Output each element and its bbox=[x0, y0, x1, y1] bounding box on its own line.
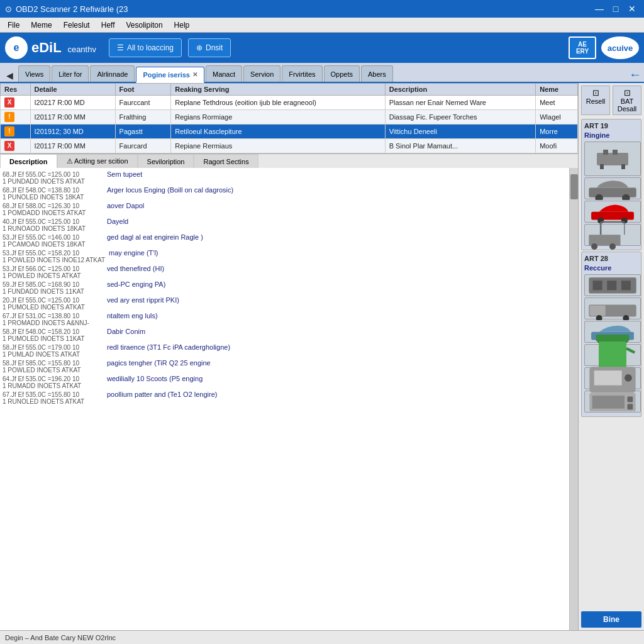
tab-abers[interactable]: Abers bbox=[361, 65, 393, 82]
description-panel: 68.Jf Ef 555.0C =125.00 10 1 PUNDADD INO… bbox=[0, 168, 569, 630]
tab-frvirtites[interactable]: Frvirtites bbox=[282, 65, 322, 82]
menu-feleslut[interactable]: Feleslut bbox=[58, 19, 95, 31]
bat-desall-button[interactable]: ⊡ BAT Desall bbox=[613, 86, 641, 115]
tab-bar: ◀ Views Liter for Alrlinnade Pogine iser… bbox=[0, 63, 644, 83]
title-bar: ⊙ OBD2 Scanner 2 Refiwärle (23 — □ ✕ bbox=[0, 0, 644, 18]
tab-close-icon[interactable]: ✕ bbox=[192, 71, 197, 78]
all-to-loaccing-button[interactable]: ☰ All to loaccing bbox=[109, 38, 182, 57]
row-foot: Faurcard bbox=[115, 139, 171, 153]
row-icon-cell: X bbox=[1, 96, 31, 110]
desc-code: 53.Jf Ef 555.0C =158.20 10 1 POWLED INOE… bbox=[3, 250, 105, 264]
menu-meme[interactable]: Meme bbox=[26, 19, 57, 31]
table-row[interactable]: ! I201912; 30 MD Pagastt Retiloeul Kascl… bbox=[1, 125, 578, 139]
svg-rect-32 bbox=[594, 370, 622, 385]
list-item: 59.Jf Ef 585.0C =168.90 10 1 FUNDADD INO… bbox=[3, 280, 567, 295]
resell-button[interactable]: ⊡ Resell bbox=[581, 86, 610, 115]
svg-point-33 bbox=[625, 374, 632, 382]
table-row[interactable]: X I20117 R:00 MM Faurcard Repiane Rermia… bbox=[1, 139, 578, 153]
engine-image bbox=[584, 142, 641, 176]
sidebar-top-buttons: ⊡ Resell ⊡ BAT Desall bbox=[581, 86, 641, 115]
row-detaile: I201912; 30 MD bbox=[30, 125, 115, 139]
desc-text: sed-PC enging PA) bbox=[107, 280, 165, 288]
status-text: Degin – And Bate Cary NEW O2rlnc bbox=[5, 634, 116, 641]
desc-code: 20.Jf Ef 555.0C =125.00 10 1 PUMOLED INO… bbox=[3, 297, 103, 311]
svg-rect-20 bbox=[621, 280, 631, 290]
desc-code: 67.Jf Ef 531.0C =138.80 10 1 PROMADD INO… bbox=[3, 313, 103, 326]
machine-svg bbox=[585, 274, 640, 297]
col-foot: Foot bbox=[115, 84, 171, 96]
tab-servion[interactable]: Servion bbox=[243, 65, 280, 82]
back-button[interactable]: ← bbox=[629, 67, 641, 82]
crane-image bbox=[584, 224, 641, 246]
tab-views[interactable]: Views bbox=[18, 65, 50, 82]
sidebar-section-art28[interactable]: ART 28 Reccure bbox=[581, 252, 641, 417]
desc-text: Dabir Conim bbox=[107, 328, 145, 335]
row-icon-cell: ! bbox=[1, 110, 31, 125]
right-sidebar: ⊡ Resell ⊡ BAT Desall ART 19 Ringine bbox=[578, 83, 644, 630]
bottom-tab-description[interactable]: Description bbox=[0, 154, 57, 168]
tab-alrlinnade[interactable]: Alrlinnade bbox=[90, 65, 135, 82]
maximize-button[interactable]: □ bbox=[609, 2, 623, 16]
close-button[interactable]: ✕ bbox=[625, 2, 639, 16]
app-icon: ⊙ bbox=[5, 4, 12, 14]
art19-title: ART 19 bbox=[584, 122, 638, 130]
menu-heff[interactable]: Heff bbox=[96, 19, 120, 31]
svg-rect-22 bbox=[590, 305, 606, 315]
desc-text: redl tiraence (3T1 Fc iPA cadergholigne) bbox=[107, 343, 230, 351]
list-item: 68.Jf Ef 588.0C =126.30 10 1 POMDADD INO… bbox=[3, 202, 567, 216]
scrollbar-thumb[interactable] bbox=[570, 174, 578, 199]
desc-code: 53.Jf Ef 555.0C =146.00 10 1 PCAMOAD INO… bbox=[3, 234, 103, 248]
dnsit-button[interactable]: ⊕ Dnsit bbox=[188, 38, 231, 57]
minimize-button[interactable]: — bbox=[592, 2, 606, 16]
menu-vesolipiton[interactable]: Vesolipiton bbox=[121, 19, 168, 31]
sidebar-bottom-area: Bine bbox=[581, 611, 641, 628]
row-description: Diassag Fic. Fupeer Torches bbox=[385, 110, 535, 125]
center-panel: Res Detaile Foot Reaking Serving Descrip… bbox=[0, 83, 578, 630]
circle-plus-icon: ⊕ bbox=[196, 43, 203, 52]
svg-point-16 bbox=[609, 243, 616, 250]
row-detaile: I20117 R:00 MM bbox=[30, 110, 115, 125]
logo-area: e eDiL ceanthv bbox=[5, 36, 96, 59]
row-description: B Sinol Plar Mamaut... bbox=[385, 139, 535, 153]
list-item: 67.Jf Ef 531.0C =138.80 10 1 PROMADD INO… bbox=[3, 312, 567, 326]
row-icon-cell: ! bbox=[1, 125, 31, 139]
svg-rect-8 bbox=[591, 212, 634, 220]
tab-oppets[interactable]: Oppets bbox=[324, 65, 360, 82]
list-item: 58.Jf Ef 585.0C =155.80 10 1 POWLED INOE… bbox=[3, 359, 567, 374]
bottom-tab-aclting[interactable]: ⚠ Aclting ser scition bbox=[57, 154, 138, 168]
crane-svg bbox=[585, 219, 640, 250]
title-bar-left: ⊙ OBD2 Scanner 2 Refiwärle (23 bbox=[5, 4, 128, 14]
toolbar: e eDiL ceanthv ☰ All to loaccing ⊕ Dnsit… bbox=[0, 33, 644, 63]
tab-manact[interactable]: Manact bbox=[206, 65, 242, 82]
art28-title: ART 28 bbox=[584, 255, 638, 262]
desc-text: ntaltem eng luls) bbox=[107, 312, 158, 319]
desc-code: 68.Jf Ef 555.0C =125.00 10 1 PUNDADD INO… bbox=[3, 171, 103, 185]
svg-rect-36 bbox=[627, 396, 633, 402]
main-area: Res Detaile Foot Reaking Serving Descrip… bbox=[0, 83, 644, 630]
scanner-svg bbox=[585, 386, 640, 418]
list-item: 58.Jf Ef 555.0C =179.00 10 1 PUMLAD INOE… bbox=[3, 343, 567, 358]
menu-file[interactable]: File bbox=[3, 19, 25, 31]
menu-help[interactable]: Help bbox=[169, 19, 195, 31]
scrollbar[interactable] bbox=[569, 168, 578, 630]
bottom-tab-ragort[interactable]: Ragort Sectins bbox=[194, 154, 258, 168]
desc-text: Arger locus Enging (Boill on cal dagrosi… bbox=[107, 186, 233, 194]
bine-button[interactable]: Bine bbox=[581, 611, 641, 628]
row-description: Plassan ner Enair Nemed Ware bbox=[385, 96, 535, 110]
row-status-icon: ! bbox=[4, 126, 14, 136]
table-row[interactable]: ! I20117 R:00 MM Fralthing Regians Rormi… bbox=[1, 110, 578, 125]
desc-text: ged dagl al eat engirein Ragle ) bbox=[107, 233, 203, 241]
desc-code: 68.Jf Ef 588.0C =126.30 10 1 POMDADD INO… bbox=[3, 203, 103, 216]
table-row[interactable]: X I20217 R:00 MD Faurccant Replane Tethd… bbox=[1, 96, 578, 110]
tab-liter-for[interactable]: Liter for bbox=[52, 65, 89, 82]
tab-scroll-left[interactable]: ◀ bbox=[3, 69, 17, 82]
van-image bbox=[584, 297, 641, 319]
bottom-tab-seviloription[interactable]: Seviloription bbox=[138, 154, 194, 168]
car-side-image bbox=[584, 177, 641, 199]
sidebar-section-art19[interactable]: ART 19 Ringine bbox=[581, 119, 641, 250]
tab-pogine-iseriss[interactable]: Pogine iseriss ✕ bbox=[136, 67, 204, 83]
art28-sub: Reccure bbox=[584, 264, 638, 272]
list-item: 53.Jf Ef 555.0C =158.20 10 1 POWLED INOE… bbox=[3, 249, 567, 264]
col-description: Description bbox=[385, 84, 535, 96]
toolbar-right: AE ERY acuive bbox=[569, 36, 639, 59]
